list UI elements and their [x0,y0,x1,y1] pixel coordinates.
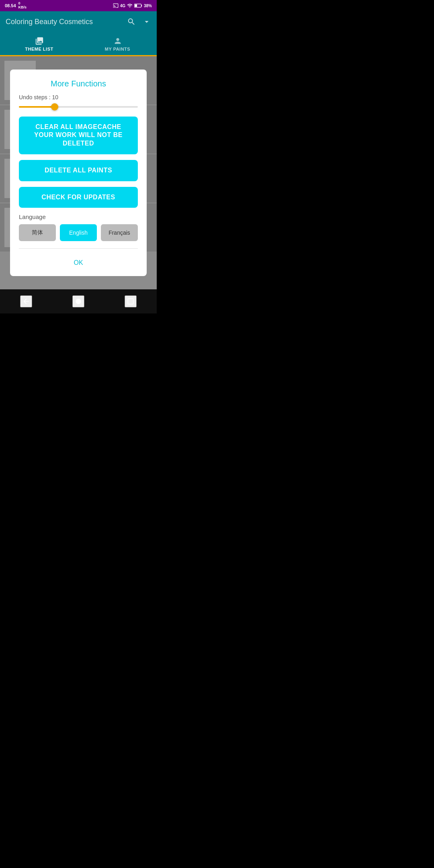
network-speed: 0 KB/s [18,2,27,10]
lang-btn-en[interactable]: English [60,224,97,241]
slider-thumb [51,103,58,111]
dialog-title: More Functions [19,79,138,88]
tab-my-paints[interactable]: MY PAINTS [78,32,157,55]
dialog-overlay: More Functions Undo steps : 10 CLEAR ALL… [0,56,157,289]
slider-fill [19,106,55,108]
ok-button[interactable]: OK [19,256,138,270]
undo-slider[interactable] [19,103,138,111]
language-section: Language 简体 English Français [19,213,138,241]
tabs: THEME LIST MY PAINTS [0,32,157,56]
search-icon[interactable] [127,17,136,26]
status-right: 4G 38% [113,3,152,8]
battery-icon [134,3,142,8]
recents-icon [127,298,134,305]
undo-section: Undo steps : 10 [19,94,138,111]
more-functions-dialog: More Functions Undo steps : 10 CLEAR ALL… [10,70,147,276]
tab-my-paints-label: MY PAINTS [105,47,130,51]
lang-btn-fr[interactable]: Français [101,224,138,241]
theme-list-icon [35,36,44,45]
check-updates-button[interactable]: CHECK FOR UPDATES [19,187,138,208]
undo-label: Undo steps : 10 [19,94,138,100]
app-bar: Coloring Beauty Cosmetics [0,11,157,32]
clear-cache-button[interactable]: CLEAR ALL IMAGECACHE YOUR WORK WILL NOT … [19,117,138,154]
time-display: 08.54 [5,3,16,8]
app-bar-icons [127,17,151,26]
status-bar: 08.54 0 KB/s 4G 38% [0,0,157,11]
svg-point-3 [76,299,81,304]
status-left: 08.54 0 KB/s [5,2,27,10]
app-title: Coloring Beauty Cosmetics [6,18,93,26]
language-label: Language [19,213,138,220]
svg-rect-4 [128,299,133,304]
network-4g: 4G [120,4,125,8]
tab-theme-list-label: THEME LIST [25,47,53,51]
back-icon [22,297,30,305]
lang-btn-zh[interactable]: 简体 [19,224,56,241]
battery-percent: 38% [144,4,152,8]
bottom-nav [0,289,157,313]
cast-icon [113,3,119,8]
my-paints-icon [113,36,122,45]
tab-theme-list[interactable]: THEME LIST [0,32,78,56]
language-buttons: 简体 English Français [19,224,138,241]
home-icon [74,297,82,305]
home-button[interactable] [72,295,84,307]
delete-paints-button[interactable]: DELETE ALL PAINTS [19,160,138,181]
dropdown-icon[interactable] [142,17,151,26]
dialog-divider [19,248,138,249]
svg-rect-2 [135,4,137,7]
back-button[interactable] [20,295,32,307]
slider-track [19,106,138,108]
svg-rect-1 [141,5,142,6]
signal-icon [127,3,133,8]
recents-button[interactable] [125,295,137,307]
